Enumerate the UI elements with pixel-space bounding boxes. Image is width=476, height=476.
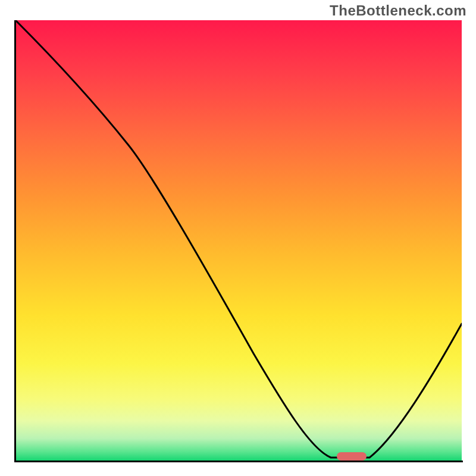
curve-layer (15, 20, 462, 461)
chart-container: TheBottleneck.com (0, 0, 476, 476)
y-axis (14, 20, 16, 462)
bottleneck-curve (15, 20, 462, 458)
x-axis (14, 461, 463, 462)
plot-area (15, 20, 462, 461)
watermark-text: TheBottleneck.com (330, 2, 466, 19)
optimal-marker (337, 452, 367, 461)
